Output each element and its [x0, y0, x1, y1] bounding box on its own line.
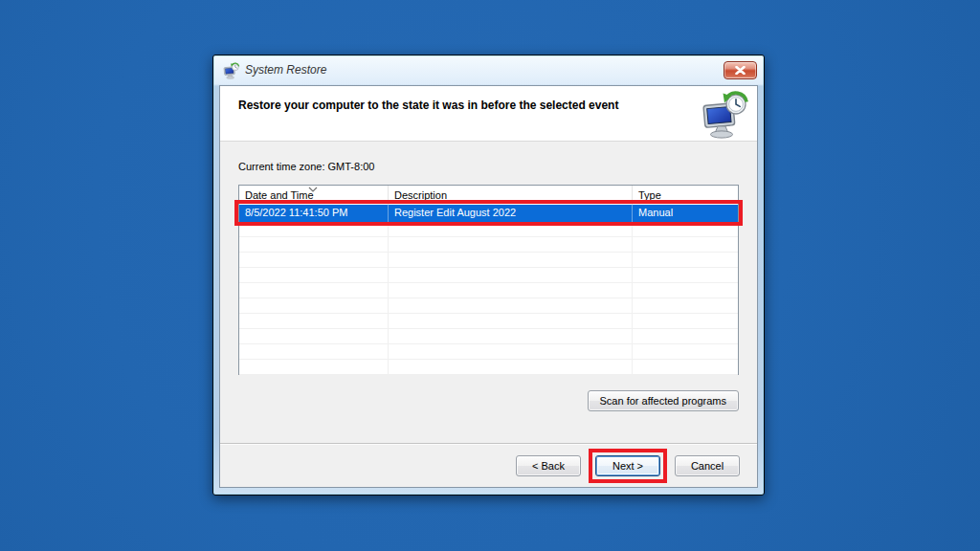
empty-list-row[interactable]: [239, 329, 738, 344]
close-icon: [735, 66, 746, 75]
restore-point-description: Register Edit August 2022: [389, 205, 633, 222]
wizard-header: Restore your computer to the state it wa…: [220, 86, 757, 142]
empty-rows: [239, 222, 738, 375]
cancel-button[interactable]: Cancel: [675, 455, 740, 476]
wizard-footer: < Back Next > Cancel: [220, 443, 757, 487]
list-header-row: Date and Time Description Type: [239, 186, 738, 205]
wizard-body: Current time zone: GMT-8:00 Date and Tim…: [220, 161, 757, 411]
system-restore-icon: [223, 62, 240, 79]
empty-list-row[interactable]: [239, 314, 738, 329]
next-button[interactable]: Next >: [595, 455, 660, 476]
empty-list-row[interactable]: [239, 253, 738, 268]
scan-button-row: Scan for affected programs: [238, 390, 739, 411]
red-highlight-next-annotation: Next >: [589, 449, 667, 483]
empty-list-row[interactable]: [239, 360, 738, 375]
empty-list-row[interactable]: [239, 283, 738, 298]
wizard-header-title: Restore your computer to the state it wa…: [220, 86, 757, 113]
desktop: { "window": { "title": "System Restore",…: [0, 0, 980, 551]
empty-list-row[interactable]: [239, 268, 738, 283]
sort-indicator-icon: [308, 187, 318, 192]
empty-list-row[interactable]: [239, 237, 738, 253]
restore-point-type: Manual: [633, 205, 738, 222]
column-header-date-time[interactable]: Date and Time: [239, 186, 389, 205]
system-restore-large-icon: [702, 90, 748, 140]
restore-point-date: 8/5/2022 11:41:50 PM: [239, 205, 389, 222]
empty-list-row[interactable]: [239, 344, 738, 360]
close-button[interactable]: [724, 61, 757, 79]
selected-restore-point-row[interactable]: 8/5/2022 11:41:50 PM Register Edit Augus…: [239, 205, 738, 222]
scan-affected-programs-button[interactable]: Scan for affected programs: [588, 390, 739, 411]
empty-list-row[interactable]: [239, 298, 738, 314]
window-title: System Restore: [245, 63, 326, 77]
timezone-label: Current time zone: GMT-8:00: [238, 161, 739, 172]
dialog-client-area: Restore your computer to the state it wa…: [219, 85, 758, 488]
titlebar[interactable]: System Restore: [213, 55, 764, 85]
restore-points-list[interactable]: Date and Time Description Type 8/5/2022 …: [238, 185, 739, 375]
column-header-description[interactable]: Description: [389, 186, 633, 205]
column-header-type[interactable]: Type: [633, 186, 738, 205]
empty-list-row[interactable]: [239, 222, 738, 237]
back-button[interactable]: < Back: [516, 455, 581, 476]
system-restore-dialog: System Restore Restore your computer to …: [212, 55, 765, 496]
